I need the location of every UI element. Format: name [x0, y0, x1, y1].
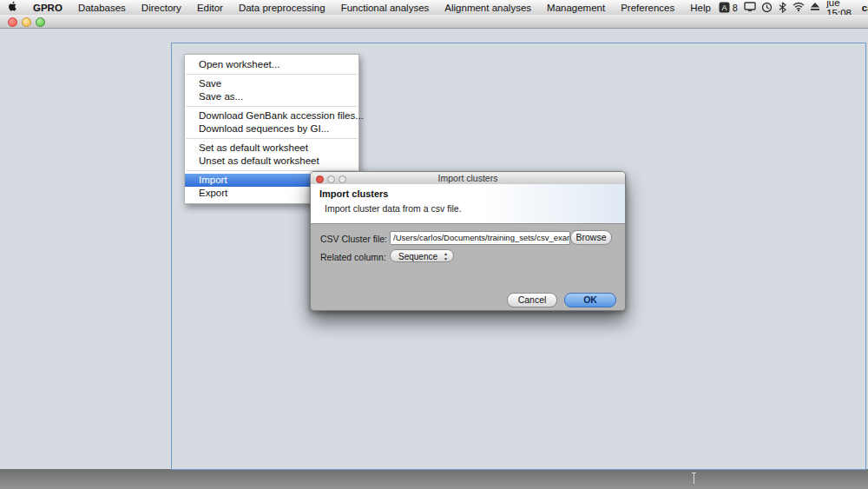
dialog-title: Import clusters: [311, 173, 625, 183]
menu-functional-analyses[interactable]: Functional analyses: [333, 3, 437, 13]
ok-button[interactable]: OK: [564, 293, 616, 307]
apple-menu-icon[interactable]: [0, 1, 25, 14]
file-menu-item-unset-as-default-worksheet[interactable]: Unset as default worksheet: [185, 155, 358, 168]
close-window-button[interactable]: [8, 17, 17, 27]
related-column-label: Related column:: [320, 252, 386, 262]
menu-separator: [186, 74, 358, 75]
file-menu-item-save-as-[interactable]: Save as...: [185, 90, 358, 103]
macos-menu-bar: GPRODatabasesDirectoryEditorData preproc…: [0, 0, 868, 16]
menu-directory[interactable]: Directory: [134, 3, 189, 13]
text-cursor-artifact: [694, 472, 694, 484]
menu-data-preprocessing[interactable]: Data preprocessing: [231, 3, 333, 13]
menu-editor[interactable]: Editor: [189, 3, 231, 13]
menu-management[interactable]: Management: [539, 3, 613, 13]
display-icon[interactable]: [744, 2, 755, 13]
bluetooth-icon[interactable]: [779, 2, 786, 13]
input-source-icon[interactable]: A: [719, 2, 730, 13]
desktop-background: [0, 469, 868, 489]
dialog-title-bar[interactable]: Import clusters: [311, 172, 625, 185]
menu-separator: [186, 106, 358, 107]
time-machine-icon[interactable]: [761, 2, 773, 13]
import-clusters-dialog: Import clusters Import clusters Import c…: [310, 171, 626, 311]
svg-text:A: A: [721, 3, 727, 12]
input-badge: 8: [733, 3, 738, 13]
file-menu-item-download-genbank-accession-files-[interactable]: Download GenBank accession files...: [185, 109, 358, 122]
zoom-window-button[interactable]: [36, 17, 45, 27]
menu-gpro[interactable]: GPRO: [25, 3, 70, 13]
file-menu-item-open-worksheet-[interactable]: Open worksheet...: [185, 58, 358, 71]
menu-alignment-analyses[interactable]: Alignment analyses: [437, 3, 539, 13]
window-title-bar[interactable]: [0, 15, 868, 29]
minimize-window-button[interactable]: [22, 17, 31, 27]
menu-bar-user[interactable]: carlos: [862, 3, 868, 13]
cancel-button[interactable]: Cancel: [507, 293, 557, 307]
menu-databases[interactable]: Databases: [70, 3, 134, 13]
updown-arrows-icon: ▲▼: [444, 251, 448, 261]
file-menu-item-set-as-default-worksheet[interactable]: Set as default worksheet: [185, 142, 358, 155]
file-menu-item-download-sequences-by-gi-[interactable]: Download sequences by GI...: [185, 122, 358, 135]
csv-cluster-file-input[interactable]: /Users/carlos/Documents/training_sets/cs…: [390, 231, 570, 245]
related-column-value: Sequence: [398, 252, 437, 261]
menu-preferences[interactable]: Preferences: [613, 3, 682, 13]
browse-button[interactable]: Browse: [570, 230, 612, 245]
menu-separator: [186, 138, 358, 139]
dialog-description: Import cluster data from a csv file.: [325, 203, 462, 214]
wifi-icon[interactable]: [792, 2, 804, 13]
related-column-select[interactable]: Sequence ▲▼: [390, 249, 454, 262]
file-menu-item-save[interactable]: Save: [185, 77, 358, 90]
dialog-header: Import clusters Import cluster data from…: [311, 184, 625, 224]
csv-cluster-file-label: CSV Cluster file:: [320, 234, 387, 244]
eject-icon[interactable]: [810, 2, 820, 13]
menu-help[interactable]: Help: [682, 3, 719, 13]
dialog-heading: Import clusters: [319, 188, 388, 199]
